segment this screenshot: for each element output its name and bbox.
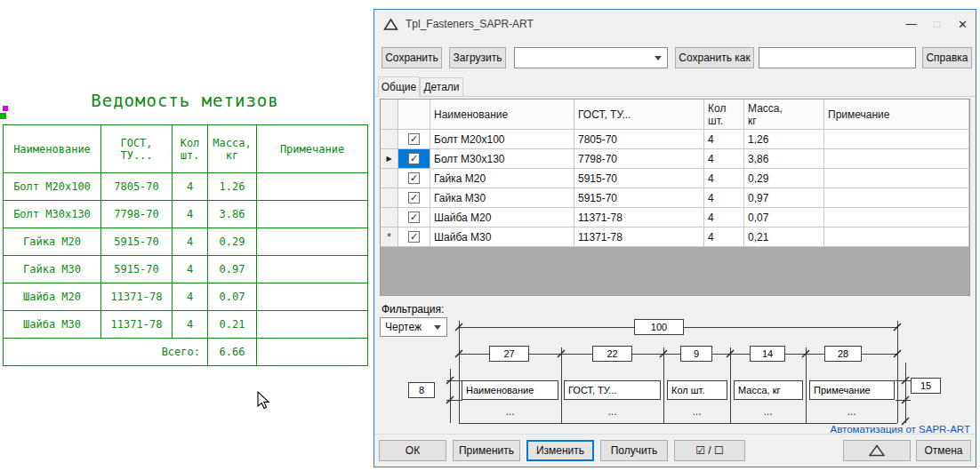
cell-gost[interactable]: 11371-78 bbox=[574, 208, 704, 228]
column-header-gost[interactable]: ГОСТ, ТУ... bbox=[574, 100, 704, 130]
row-selector[interactable] bbox=[381, 130, 398, 149]
row-checkbox-cell[interactable]: ✓ bbox=[398, 169, 430, 188]
cell-mass: 0.07 bbox=[208, 283, 257, 311]
table-row[interactable]: ✓ Гайка М30 5915-70 4 0,97 bbox=[381, 188, 969, 208]
cell-name: Гайка М30 bbox=[4, 256, 101, 283]
table-row[interactable]: * ✓ Шайба М30 11371-78 4 0,21 bbox=[381, 228, 969, 247]
cell-qty[interactable]: 4 bbox=[704, 130, 744, 149]
row-selector-current[interactable]: ▶ bbox=[381, 149, 398, 169]
save-button[interactable]: Сохранить bbox=[382, 47, 442, 68]
cell-qty[interactable]: 4 bbox=[704, 149, 744, 169]
table-row[interactable]: ✓ Болт М20х100 7805-70 4 1,26 bbox=[381, 130, 969, 149]
cell-note bbox=[257, 283, 368, 311]
close-icon[interactable]: ✕ bbox=[950, 10, 976, 38]
diagram-col-label[interactable]: Примечание bbox=[809, 380, 895, 400]
checkbox-checked-icon[interactable]: ✓ bbox=[408, 192, 420, 204]
row-selector[interactable] bbox=[381, 169, 398, 188]
cell-mass[interactable]: 0,29 bbox=[744, 169, 824, 188]
cell-qty[interactable]: 4 bbox=[704, 188, 744, 208]
dim-col-width[interactable]: 22 bbox=[592, 346, 632, 362]
cell-name[interactable]: Болт М30х130 bbox=[430, 149, 574, 169]
diagram-col-label[interactable]: Кол шт. bbox=[667, 380, 727, 400]
cell-mass[interactable]: 0,21 bbox=[744, 228, 824, 247]
cancel-button[interactable]: Отмена bbox=[916, 440, 971, 461]
cell-gost[interactable]: 5915-70 bbox=[574, 188, 704, 208]
row-checkbox-cell[interactable]: ✓ bbox=[398, 149, 430, 169]
chevron-down-icon bbox=[655, 56, 662, 60]
column-header-qty[interactable]: Кол шт. bbox=[704, 100, 744, 130]
column-header-mass[interactable]: Масса, кг bbox=[744, 100, 824, 130]
ok-button[interactable]: ОК bbox=[379, 440, 446, 461]
checkbox-checked-icon[interactable]: ✓ bbox=[408, 153, 420, 164]
checkbox-checked-icon[interactable]: ✓ bbox=[408, 231, 420, 243]
checkbox-checked-icon[interactable]: ✓ bbox=[408, 212, 420, 223]
cell-gost[interactable]: 7805-70 bbox=[574, 130, 704, 149]
cell-name[interactable]: Шайба М20 bbox=[430, 208, 574, 228]
save-as-button[interactable]: Сохранить как bbox=[675, 47, 754, 68]
cell-mass[interactable]: 0,07 bbox=[744, 208, 824, 228]
diagram-col-label[interactable]: Масса, кг bbox=[734, 380, 803, 400]
row-selector-new[interactable]: * bbox=[381, 228, 398, 247]
edit-button[interactable]: Изменить bbox=[526, 440, 594, 461]
checkbox-checked-icon[interactable]: ✓ bbox=[408, 172, 420, 184]
cell-mass[interactable]: 0,97 bbox=[744, 188, 824, 208]
cell-gost[interactable]: 7798-70 bbox=[574, 149, 704, 169]
cell-note[interactable] bbox=[824, 188, 969, 208]
cell-gost[interactable]: 5915-70 bbox=[574, 169, 704, 188]
checkbox-column-header[interactable] bbox=[398, 100, 430, 130]
tab-details[interactable]: Детали bbox=[420, 77, 463, 97]
table-row[interactable]: ✓ Шайба М20 11371-78 4 0,07 bbox=[381, 208, 969, 228]
cell-note[interactable] bbox=[824, 149, 969, 169]
get-button[interactable]: Получить bbox=[600, 440, 668, 461]
table-row-selected[interactable]: ▶ ✓ Болт М30х130 7798-70 4 3,86 bbox=[381, 149, 969, 169]
row-checkbox-cell[interactable]: ✓ bbox=[398, 188, 430, 208]
dim-header-row-height[interactable]: 8 bbox=[408, 382, 435, 398]
cell-qty[interactable]: 4 bbox=[704, 208, 744, 228]
row-selector[interactable] bbox=[381, 188, 398, 208]
column-header-name[interactable]: Наименование bbox=[430, 100, 574, 130]
cell-name[interactable]: Гайка М20 bbox=[430, 169, 574, 188]
row-selector[interactable] bbox=[381, 208, 398, 228]
table-row[interactable]: ✓ Гайка М20 5915-70 4 0,29 bbox=[381, 169, 969, 188]
cell-qty[interactable]: 4 bbox=[704, 228, 744, 247]
triangle-button[interactable] bbox=[843, 440, 911, 461]
cell-mass[interactable]: 1,26 bbox=[744, 130, 824, 149]
dim-col-width[interactable]: 28 bbox=[824, 346, 862, 362]
load-button[interactable]: Загрузить bbox=[449, 47, 506, 68]
drawing-col-header: Кол шт. bbox=[173, 125, 208, 173]
diagram-col-label[interactable]: ГОСТ, ТУ... bbox=[564, 380, 661, 400]
cell-name[interactable]: Шайба М30 bbox=[430, 228, 574, 247]
diagram-col-label[interactable]: Наименование bbox=[462, 380, 558, 400]
dim-col-width[interactable]: 9 bbox=[680, 346, 712, 362]
dim-data-row-height[interactable]: 15 bbox=[911, 378, 941, 394]
cell-mass: 3.86 bbox=[208, 201, 257, 228]
dim-total-width[interactable]: 100 bbox=[634, 319, 684, 335]
cell-mass[interactable]: 3,86 bbox=[744, 149, 824, 169]
template-combobox[interactable] bbox=[514, 47, 668, 68]
minimize-icon[interactable]: — bbox=[898, 10, 924, 38]
drawing-col-header: ГОСТ, ТУ... bbox=[101, 125, 173, 173]
cell-qty[interactable]: 4 bbox=[704, 169, 744, 188]
column-header-note[interactable]: Примечание bbox=[824, 100, 969, 130]
cell-gost[interactable]: 11371-78 bbox=[574, 228, 704, 247]
row-checkbox-cell[interactable]: ✓ bbox=[398, 228, 430, 247]
cell-name[interactable]: Болт М20х100 bbox=[430, 130, 574, 149]
window-controls: — □ ✕ bbox=[898, 10, 976, 38]
cell-name[interactable]: Гайка М30 bbox=[430, 188, 574, 208]
tab-general[interactable]: Общие bbox=[378, 76, 420, 97]
apply-button[interactable]: Применить bbox=[453, 440, 520, 461]
cell-note[interactable] bbox=[824, 208, 969, 228]
cell-note[interactable] bbox=[824, 228, 969, 247]
checkbox-checked-icon[interactable]: ✓ bbox=[408, 133, 420, 145]
toggle-checks-button[interactable]: ☑ / ☐ bbox=[674, 440, 745, 461]
row-checkbox-cell[interactable]: ✓ bbox=[398, 208, 430, 228]
cell-note[interactable] bbox=[824, 130, 969, 149]
titlebar[interactable]: Tpl_Fasteners_SAPR-ART — □ ✕ bbox=[374, 10, 976, 38]
help-button[interactable]: Справка bbox=[922, 47, 972, 68]
cell-note[interactable] bbox=[824, 169, 969, 188]
row-checkbox-cell[interactable]: ✓ bbox=[398, 130, 430, 149]
template-name-input[interactable] bbox=[759, 47, 916, 68]
dim-col-width[interactable]: 14 bbox=[750, 346, 785, 362]
cell-gost: 11371-78 bbox=[101, 311, 173, 339]
dim-col-width[interactable]: 27 bbox=[489, 346, 529, 362]
